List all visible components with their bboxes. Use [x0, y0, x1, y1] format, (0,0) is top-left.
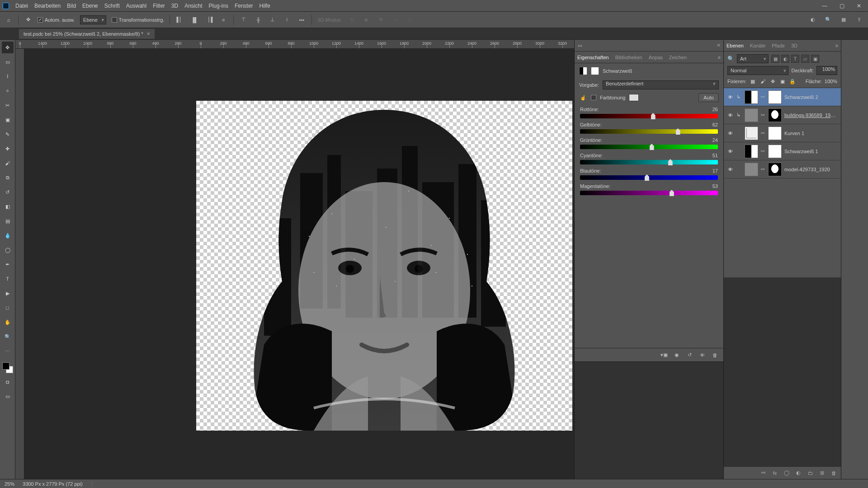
search-icon[interactable]: 🔍: [824, 15, 833, 24]
slider-value-field[interactable]: [702, 183, 718, 189]
menu-view[interactable]: Ansicht: [184, 3, 202, 9]
transform-controls-checkbox[interactable]: [112, 17, 117, 23]
layer-style-icon[interactable]: fx: [771, 469, 778, 477]
menu-window[interactable]: Fenster: [235, 3, 253, 9]
panel-menu-icon[interactable]: ≡: [718, 55, 721, 60]
slider-track[interactable]: [580, 129, 718, 134]
status-flyout-icon[interactable]: 〉: [91, 480, 96, 487]
filter-shape-icon[interactable]: ▱: [801, 55, 809, 63]
slider-handle[interactable]: [650, 144, 654, 150]
slider-handle[interactable]: [668, 159, 673, 165]
menu-filter[interactable]: Filter: [153, 3, 165, 9]
lock-all-icon[interactable]: 🔒: [789, 78, 796, 85]
layer-name[interactable]: Kurven 1: [784, 131, 838, 136]
color-swatches[interactable]: [2, 362, 13, 373]
quick-mask-icon[interactable]: ◘: [2, 376, 14, 388]
slider-handle[interactable]: [645, 174, 649, 181]
link-layers-icon[interactable]: ⚯: [760, 469, 767, 477]
layer-filter-kind-dropdown[interactable]: Art: [737, 54, 769, 63]
layer-name[interactable]: buildings-936589_1920...: [784, 113, 838, 118]
align-bottom-icon[interactable]: ⊥: [268, 15, 277, 24]
layer-mask-thumbnail[interactable]: [768, 90, 782, 104]
tab-character[interactable]: Zeichen: [669, 55, 687, 60]
layer-mask-link-icon[interactable]: ⚯: [761, 149, 765, 154]
menu-plugins[interactable]: Plug-ins: [209, 3, 228, 9]
layer-visibility-icon[interactable]: 👁: [726, 113, 734, 118]
layer-thumbnail[interactable]: [745, 145, 758, 158]
menu-image[interactable]: Bild: [67, 3, 76, 9]
toggle-visibility-icon[interactable]: 👁: [698, 351, 706, 359]
edit-toolbar[interactable]: ⋯: [2, 345, 14, 357]
layer-thumbnail[interactable]: [745, 108, 758, 122]
new-adjustment-icon[interactable]: ◐: [795, 469, 802, 477]
lasso-tool[interactable]: ⌇: [2, 70, 14, 82]
hand-tool[interactable]: ✋: [2, 316, 14, 328]
search-icon[interactable]: 🔍: [727, 56, 734, 62]
window-close-icon[interactable]: ✕: [853, 2, 865, 10]
healing-brush-tool[interactable]: ✚: [2, 143, 14, 155]
tab-3d[interactable]: 3D: [791, 43, 797, 48]
preset-dropdown[interactable]: Benutzerdefiniert: [603, 80, 719, 89]
layer-mask-link-icon[interactable]: ⚯: [761, 131, 765, 136]
slider-track[interactable]: [580, 175, 718, 180]
auto-button[interactable]: Auto: [698, 93, 719, 102]
lock-position-icon[interactable]: ✥: [769, 78, 776, 85]
screen-mode-icon[interactable]: ▭: [2, 390, 14, 402]
layer-mask-thumbnail[interactable]: [768, 108, 782, 122]
filter-adjust-icon[interactable]: ◐: [781, 55, 789, 63]
slider-track[interactable]: [580, 191, 718, 195]
slider-value-field[interactable]: [702, 107, 718, 112]
opacity-field[interactable]: 100%: [816, 66, 837, 75]
align-right-icon[interactable]: ▕▐: [204, 15, 213, 24]
slider-handle[interactable]: [670, 190, 674, 196]
lock-artboard-icon[interactable]: ▣: [779, 78, 786, 85]
layer-mask-thumbnail[interactable]: [768, 145, 782, 158]
ruler-vertical[interactable]: [15, 49, 24, 479]
slider-value-field[interactable]: [702, 168, 718, 174]
eraser-tool[interactable]: ◧: [2, 201, 14, 212]
document-tab[interactable]: test.psdc bei 25% (Schwarzweiß 2, Ebenen…: [19, 29, 155, 39]
panel-close-icon[interactable]: ✕: [717, 42, 721, 48]
clone-stamp-tool[interactable]: ⧉: [2, 172, 14, 183]
layer-visibility-icon[interactable]: 👁: [726, 131, 734, 136]
menu-layer[interactable]: Ebene: [82, 3, 98, 9]
workspace-icon[interactable]: ▦: [839, 15, 848, 24]
layer-row[interactable]: 👁⚯model-429733_1920: [724, 160, 841, 178]
align-left-icon[interactable]: ▌▏: [175, 15, 184, 24]
pen-tool[interactable]: ✒: [2, 258, 14, 270]
new-group-icon[interactable]: 🗀: [807, 469, 814, 477]
layer-visibility-icon[interactable]: 👁: [726, 94, 734, 100]
window-maximize-icon[interactable]: ▢: [835, 2, 848, 10]
distribute-h-icon[interactable]: ≡: [219, 15, 228, 24]
fill-field[interactable]: 100%: [825, 79, 837, 84]
menu-file[interactable]: Datei: [15, 3, 28, 9]
layer-name[interactable]: model-429733_1920: [784, 167, 838, 172]
tab-adjustments[interactable]: Anpas: [649, 55, 663, 60]
layer-thumbnail[interactable]: [745, 127, 758, 140]
home-icon[interactable]: ⌂: [5, 16, 13, 24]
layer-mask-link-icon[interactable]: ⚯: [761, 167, 765, 172]
tab-channels[interactable]: Kanäle: [750, 43, 765, 48]
layer-thumbnail[interactable]: [745, 90, 758, 104]
clip-to-layer-icon[interactable]: ▾▣: [660, 351, 668, 359]
layer-row[interactable]: 👁↳⚯buildings-936589_1920...: [724, 106, 841, 124]
move-tool[interactable]: ✥: [2, 42, 14, 53]
add-mask-icon[interactable]: ◯: [783, 469, 790, 477]
zoom-tool[interactable]: 🔍: [2, 331, 14, 343]
align-center-v-icon[interactable]: ╫: [254, 15, 263, 24]
layer-row[interactable]: 👁⚯Kurven 1: [724, 124, 841, 142]
more-align-icon[interactable]: •••: [297, 15, 306, 24]
filter-pixel-icon[interactable]: ▦: [771, 55, 779, 63]
align-center-h-icon[interactable]: ▐▌: [190, 15, 199, 24]
targeted-adjust-tool-icon[interactable]: ☝: [579, 94, 587, 102]
slider-handle[interactable]: [651, 113, 656, 119]
history-brush-tool[interactable]: ↺: [2, 186, 14, 198]
brush-tool[interactable]: 🖌: [2, 157, 14, 169]
eyedropper-tool[interactable]: ✎: [2, 128, 14, 140]
filter-smart-icon[interactable]: ▣: [811, 55, 819, 63]
layer-mask-link-icon[interactable]: ⚯: [761, 113, 765, 117]
mask-thumb-icon[interactable]: [591, 67, 599, 75]
reset-icon[interactable]: ↺: [685, 351, 693, 359]
tab-paths[interactable]: Pfade: [772, 43, 785, 48]
slider-value-field[interactable]: [702, 122, 718, 127]
